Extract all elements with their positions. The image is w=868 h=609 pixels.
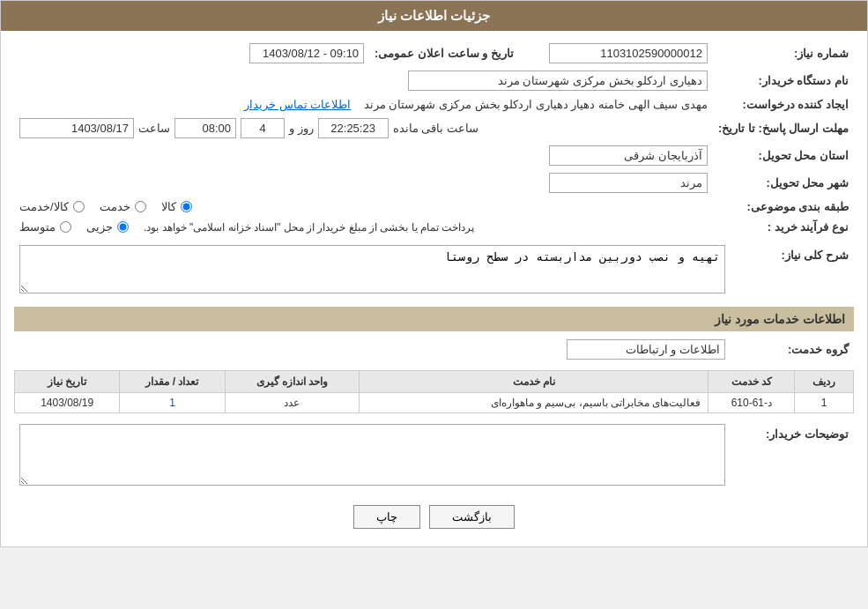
process-note: پرداخت تمام یا بخشی از مبلغ خریدار از مح… <box>144 221 474 234</box>
process-motavaset[interactable]: متوسط <box>19 220 73 234</box>
city-label: شهر محل تحویل: <box>713 169 854 197</box>
response-date: 1403/08/17 <box>19 118 134 138</box>
need-description-label: شرح کلی نیاز: <box>731 241 854 300</box>
announce-value: 1403/08/12 - 09:10 <box>249 43 364 63</box>
category-khidmat-label: خدمت <box>100 200 130 213</box>
col-service-code: کد خدمت <box>708 371 795 393</box>
cell-service-name: فعالیت‌های مخابراتی باسیم، بی‌سیم و ماهو… <box>360 393 708 413</box>
process-motavaset-label: متوسط <box>19 220 56 234</box>
remaining-time: 22:25:23 <box>318 118 389 138</box>
process-type-label: نوع فرآیند خرید : <box>713 217 854 237</box>
category-kala-khidmat-label: کالا/خدمت <box>19 200 69 213</box>
page-header: جزئیات اطلاعات نیاز <box>1 1 867 31</box>
need-number-value: 1103102590000012 <box>549 43 708 63</box>
services-table: ردیف کد خدمت نام خدمت واحد اندازه گیری ت… <box>14 370 854 413</box>
remaining-days-label: روز و <box>289 122 314 135</box>
col-row-num: ردیف <box>795 371 854 393</box>
process-jozi-label: جزیی <box>86 220 113 234</box>
creator-label: ایجاد کننده درخواست: <box>713 94 854 115</box>
page-title: جزئیات اطلاعات نیاز <box>378 8 490 23</box>
cell-quantity: 1 <box>120 393 225 413</box>
remaining-days: 4 <box>241 118 285 138</box>
org-name-label: نام دستگاه خریدار: <box>713 67 854 94</box>
print-button[interactable]: چاپ <box>353 505 420 529</box>
contact-link[interactable]: اطلاعات تماس خریدار <box>244 98 351 111</box>
response-time-label: ساعت <box>138 122 170 135</box>
buyer-notes-textarea[interactable] <box>19 424 725 486</box>
col-quantity: تعداد / مقدار <box>120 371 225 393</box>
province-value: آذربایجان شرقی <box>549 145 708 166</box>
need-description-textarea[interactable]: تهیه و نصب دوربین مداربسته در سطح روستا <box>19 245 725 293</box>
cell-unit: عدد <box>225 393 360 413</box>
buttons-row: چاپ بازگشت <box>14 505 854 529</box>
category-khidmat[interactable]: خدمت <box>100 200 148 213</box>
remaining-time-label: ساعت باقی مانده <box>393 122 479 135</box>
service-group-label: گروه خدمت: <box>731 336 854 363</box>
cell-date: 1403/08/19 <box>15 393 120 413</box>
creator-value: مهدی سیف الهی خامنه دهیار دهیاری اردکلو … <box>364 98 708 111</box>
province-label: استان محل تحویل: <box>713 142 854 169</box>
back-button[interactable]: بازگشت <box>429 505 515 529</box>
col-service-name: نام خدمت <box>360 371 708 393</box>
city-value: مرند <box>549 173 708 193</box>
buyer-notes-label: توضیحات خریدار: <box>731 420 854 492</box>
category-kala-label: کالا <box>161 200 176 213</box>
cell-service-code: د-61-610 <box>708 393 795 413</box>
announce-label: تاریخ و ساعت اعلان عمومی: <box>369 40 519 67</box>
table-row: 1 د-61-610 فعالیت‌های مخابراتی باسیم، بی… <box>15 393 854 413</box>
col-date: تاریخ نیاز <box>15 371 120 393</box>
org-name-value: دهیاری اردکلو بخش مرکزی شهرستان مرند <box>408 71 708 91</box>
category-label: طبقه بندی موضوعی: <box>713 197 854 217</box>
need-number-label: شماره نیاز: <box>713 40 854 67</box>
services-section-header: اطلاعات خدمات مورد نیاز <box>14 307 854 331</box>
process-jozi[interactable]: جزیی <box>86 220 130 234</box>
col-unit: واحد اندازه گیری <box>225 371 360 393</box>
response-time: 08:00 <box>174 118 236 138</box>
service-group-value: اطلاعات و ارتباطات <box>567 339 725 360</box>
cell-row-num: 1 <box>795 393 854 413</box>
category-kala[interactable]: کالا <box>161 200 194 213</box>
category-kala-khidmat[interactable]: کالا/خدمت <box>19 200 86 213</box>
response-deadline-label: مهلت ارسال پاسخ: تا تاریخ: <box>713 115 854 142</box>
